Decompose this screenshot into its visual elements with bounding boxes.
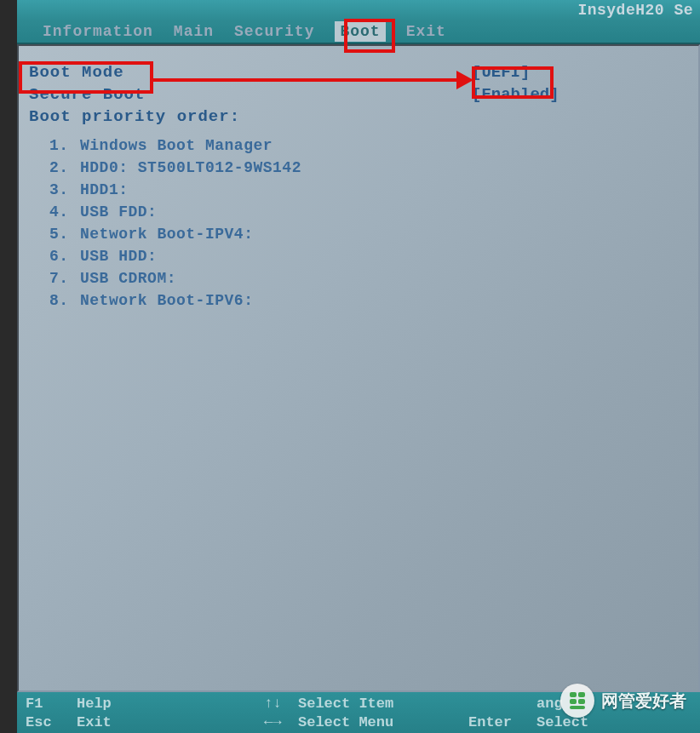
firmware-title: InsydeH20 Se	[17, 0, 700, 20]
boot-item-label: HDD1:	[80, 181, 129, 198]
footer-exit-label: Exit	[77, 714, 264, 730]
boot-item-num: 5.	[49, 223, 80, 245]
boot-item[interactable]: 5.Network Boot-IPV4:	[49, 223, 698, 245]
updown-arrows-icon: ↑↓	[264, 696, 298, 712]
boot-item[interactable]: 2.HDD0: ST500LT012-9WS142	[49, 157, 698, 179]
title-text: InsydeH20 Se	[577, 2, 693, 19]
boot-item[interactable]: 8.Network Boot-IPV6:	[49, 289, 698, 312]
boot-item-label: Network Boot-IPV4:	[80, 226, 253, 243]
menu-main[interactable]: Main	[174, 23, 214, 40]
boot-item-num: 8.	[49, 289, 80, 312]
boot-item-label: USB FDD:	[80, 203, 157, 220]
boot-item[interactable]: 1.Windows Boot Manager	[49, 135, 698, 157]
boot-item-num: 6.	[49, 245, 80, 267]
boot-item[interactable]: 3.HDD1:	[49, 179, 698, 201]
leftright-arrows-icon: ←→	[264, 714, 298, 730]
boot-mode-value: [UEFI]	[472, 63, 530, 82]
footer-key-esc: Esc	[26, 714, 77, 730]
boot-item[interactable]: 6.USB HDD:	[49, 245, 698, 267]
boot-item-num: 1.	[49, 135, 80, 157]
boot-mode-row[interactable]: Boot Mode [UEFI]	[29, 61, 698, 83]
boot-item-label: Windows Boot Manager	[80, 137, 273, 154]
boot-item-label: HDD0: ST500LT012-9WS142	[80, 159, 301, 176]
secure-boot-label: Secure Boot	[29, 85, 472, 104]
boot-item[interactable]: 4.USB FDD:	[49, 201, 698, 223]
boot-item-num: 3.	[49, 179, 80, 201]
boot-priority-title: Boot priority order:	[29, 107, 698, 126]
footer-key-enter: Enter	[468, 714, 536, 730]
watermark: 网管爱好者	[560, 684, 686, 718]
boot-item-label: USB HDD:	[80, 248, 157, 265]
bios-screen: InsydeH20 Se Information Main Security B…	[17, 0, 700, 733]
boot-item-label: Network Boot-IPV6:	[80, 292, 253, 309]
boot-item[interactable]: 7.USB CDROM:	[49, 267, 698, 289]
footer-select-menu-label: Select Menu	[298, 714, 468, 730]
footer-change-label: ang	[536, 696, 563, 712]
secure-boot-value: [Enabled]	[472, 85, 559, 104]
main-content: Boot Mode [UEFI] Secure Boot [Enabled] B…	[17, 44, 700, 692]
footer-select-item-label: Select Item	[298, 696, 468, 712]
boot-priority-list: 1.Windows Boot Manager 2.HDD0: ST500LT01…	[29, 135, 698, 312]
menu-bar: Information Main Security Boot Exit	[17, 20, 700, 44]
menu-boot[interactable]: Boot	[335, 21, 385, 42]
secure-boot-row[interactable]: Secure Boot [Enabled]	[29, 83, 698, 106]
menu-security[interactable]: Security	[234, 23, 314, 40]
boot-item-num: 7.	[49, 267, 80, 289]
footer-key-f1: F1	[26, 696, 77, 712]
boot-item-label: USB CDROM:	[80, 270, 176, 287]
boot-item-num: 4.	[49, 201, 80, 223]
footer-help-label: Help	[77, 696, 264, 712]
menu-exit[interactable]: Exit	[406, 23, 446, 40]
watermark-text: 网管爱好者	[601, 690, 686, 713]
wechat-icon	[560, 684, 594, 718]
boot-item-num: 2.	[49, 157, 80, 179]
menu-information[interactable]: Information	[43, 23, 153, 40]
boot-mode-label: Boot Mode	[29, 63, 472, 82]
